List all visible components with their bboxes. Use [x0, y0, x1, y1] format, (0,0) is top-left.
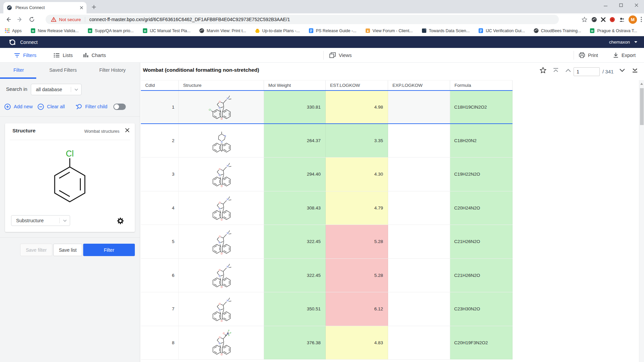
- cell-structure[interactable]: NN: [179, 124, 264, 158]
- cell-formula[interactable]: C21H26N2O: [450, 259, 513, 292]
- extension-circle-icon[interactable]: [591, 17, 597, 22]
- structure-editor-canvas[interactable]: Cl: [36, 141, 103, 211]
- cell-mol-weight[interactable]: 294.40: [264, 158, 326, 191]
- add-new-button[interactable]: Add new: [4, 102, 33, 111]
- cell-structure[interactable]: ONON: [179, 158, 264, 191]
- views-button[interactable]: Views: [329, 48, 352, 62]
- close-icon[interactable]: [125, 128, 130, 133]
- cell-cdid[interactable]: 4: [141, 191, 179, 225]
- tab-filter-history[interactable]: Filter History: [99, 63, 126, 77]
- column-header-cdid[interactable]: CdId: [141, 80, 179, 90]
- scrollbar-thumb[interactable]: [640, 88, 644, 125]
- extension-x-icon[interactable]: [601, 17, 606, 22]
- cell-est-logkow[interactable]: 5.28: [326, 259, 388, 292]
- table-row[interactable]: 1ONONCl330.814.98C18H19ClN2O2: [141, 90, 513, 124]
- table-row[interactable]: 4ONON308.434.79C20H24N2O: [141, 191, 513, 225]
- cell-cdid[interactable]: 2: [141, 124, 179, 158]
- table-row[interactable]: 7ONON350.516.12C23H30N2O: [141, 292, 513, 326]
- cell-structure[interactable]: ONON: [179, 191, 264, 225]
- back-icon[interactable]: [5, 16, 12, 23]
- scroll-up-arrow-icon[interactable]: [640, 83, 643, 85]
- bookmark-item[interactable]: New Release Valida...: [31, 28, 79, 33]
- cell-cdid[interactable]: 8: [141, 326, 179, 360]
- first-page-icon[interactable]: [552, 66, 560, 74]
- print-button[interactable]: Print: [579, 48, 598, 62]
- next-page-icon[interactable]: [618, 66, 626, 74]
- tab-close-icon[interactable]: [80, 6, 83, 9]
- cell-exp-logkow[interactable]: [388, 191, 450, 225]
- cell-cdid[interactable]: 7: [141, 292, 179, 326]
- cell-structure[interactable]: ONON: [179, 292, 264, 326]
- tab-filter[interactable]: Filter: [13, 63, 24, 77]
- cell-mol-weight[interactable]: 322.45: [264, 259, 326, 292]
- cell-exp-logkow[interactable]: [388, 225, 450, 258]
- cell-mol-weight[interactable]: 376.38: [264, 326, 326, 360]
- forward-icon[interactable]: [16, 16, 23, 23]
- cell-exp-logkow[interactable]: [388, 158, 450, 191]
- bookmark-item[interactable]: Marvin View: Print t...: [199, 28, 246, 33]
- cell-cdid[interactable]: 5: [141, 225, 179, 258]
- cell-est-logkow[interactable]: 4.98: [326, 91, 388, 123]
- cell-exp-logkow[interactable]: [388, 292, 450, 326]
- gear-icon[interactable]: [117, 218, 124, 224]
- cell-structure[interactable]: ONONCl: [179, 91, 264, 123]
- save-list-button[interactable]: Save list: [53, 244, 82, 256]
- charts-button[interactable]: Charts: [83, 48, 106, 62]
- cell-structure[interactable]: ONONFFFO: [179, 326, 264, 360]
- table-row[interactable]: 2NN264.373.35C18H20N2: [141, 124, 513, 158]
- extension-people-icon[interactable]: [619, 17, 625, 22]
- export-button[interactable]: Export: [613, 48, 636, 62]
- cell-formula[interactable]: C20H24N2O: [450, 191, 513, 225]
- column-header-est-logkow[interactable]: EST.LOGKOW: [326, 80, 388, 90]
- cell-exp-logkow[interactable]: [388, 91, 450, 123]
- page-number-input[interactable]: [574, 67, 600, 76]
- window-maximize-icon[interactable]: [613, 0, 629, 10]
- bookmark-item[interactable]: Supp/QA team prio...: [88, 28, 134, 33]
- cell-structure[interactable]: ONON: [179, 259, 264, 292]
- user-caret-icon[interactable]: [634, 41, 637, 43]
- column-header-formula[interactable]: Formula: [450, 80, 513, 90]
- bookmark-item[interactable]: IJC Manual Test Pla...: [143, 28, 191, 33]
- cell-formula[interactable]: C19H22N2O: [450, 158, 513, 191]
- clear-all-button[interactable]: Clear all: [38, 102, 65, 111]
- cell-est-logkow[interactable]: 4.79: [326, 191, 388, 225]
- search-mode-select[interactable]: Substructure: [11, 215, 70, 226]
- bookmark-item[interactable]: IJC Verification Gui...: [478, 28, 525, 33]
- cell-est-logkow[interactable]: 5.28: [326, 225, 388, 258]
- bookmark-item[interactable]: Up-to-date Plans -...: [255, 28, 300, 33]
- cell-structure[interactable]: ONON: [179, 225, 264, 258]
- table-row[interactable]: 8ONONFFFO376.384.83C20H19F3N2O2: [141, 326, 513, 360]
- cell-est-logkow[interactable]: 4.83: [326, 326, 388, 360]
- lists-button[interactable]: Lists: [54, 48, 73, 62]
- cell-formula[interactable]: C20H19F3N2O2: [450, 326, 513, 360]
- window-close-icon[interactable]: [629, 0, 644, 10]
- filter-child-toggle[interactable]: [113, 104, 126, 110]
- favorite-star-icon[interactable]: [539, 66, 547, 74]
- cell-formula[interactable]: C23H30N2O: [450, 292, 513, 326]
- bookmark-item[interactable]: CloudBees Training...: [534, 28, 581, 33]
- column-header-exp-logkow[interactable]: EXP.LOGKOW: [388, 80, 450, 90]
- cell-mol-weight[interactable]: 308.43: [264, 191, 326, 225]
- filter-button[interactable]: Filter: [83, 244, 135, 256]
- bookmark-star-icon[interactable]: [581, 16, 588, 23]
- cell-exp-logkow[interactable]: [388, 124, 450, 158]
- cell-mol-weight[interactable]: 264.37: [264, 124, 326, 158]
- profile-avatar[interactable]: M: [629, 15, 637, 24]
- cell-formula[interactable]: C18H19ClN2O2: [450, 91, 513, 123]
- browser-menu-icon[interactable]: [641, 17, 642, 22]
- cell-mol-weight[interactable]: 350.51: [264, 292, 326, 326]
- cell-cdid[interactable]: 1: [141, 91, 179, 123]
- last-page-icon[interactable]: [631, 66, 639, 74]
- user-menu[interactable]: chemaxon: [609, 40, 630, 45]
- bookmark-item[interactable]: Prague & Ostrava T...: [590, 28, 637, 33]
- bookmark-item[interactable]: Towards Data Scien...: [422, 28, 470, 33]
- browser-tab[interactable]: Plexus Connect: [3, 2, 87, 13]
- vertical-scrollbar[interactable]: [639, 80, 644, 362]
- cell-exp-logkow[interactable]: [388, 259, 450, 292]
- filter-child-button[interactable]: Filter child: [76, 102, 107, 111]
- tab-saved-filters[interactable]: Saved Filters: [49, 63, 77, 77]
- bookmark-item[interactable]: PS Release Guide -...: [309, 28, 357, 33]
- cell-est-logkow[interactable]: 6.12: [326, 292, 388, 326]
- reload-icon[interactable]: [28, 16, 36, 23]
- previous-page-icon[interactable]: [564, 66, 572, 74]
